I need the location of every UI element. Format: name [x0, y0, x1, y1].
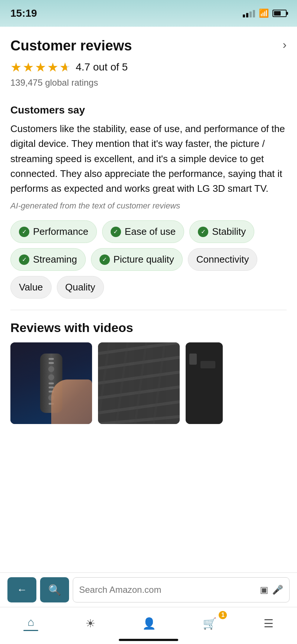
svg-rect-12	[189, 354, 197, 365]
signal-icon	[243, 9, 255, 17]
home-indicator	[119, 639, 178, 641]
rating-value: 4.7 out of 5	[76, 61, 128, 73]
tag-ease-of-use[interactable]: ✓ Ease of use	[102, 220, 184, 243]
tag-label-streaming: Streaming	[33, 254, 77, 265]
star-3: ★	[35, 60, 46, 75]
video-thumbnail-2[interactable]	[98, 342, 180, 424]
tag-label-picture-quality: Picture quality	[114, 254, 174, 265]
tag-stability[interactable]: ✓ Stability	[189, 220, 254, 243]
tag-label-value: Value	[19, 282, 43, 293]
tag-check-picture-quality: ✓	[99, 254, 110, 265]
ai-generated-label: AI-generated from the text of customer r…	[10, 201, 287, 211]
tag-check-ease-of-use: ✓	[111, 227, 121, 237]
nav-cart[interactable]: 🛒 1	[195, 614, 224, 633]
section-divider	[10, 310, 287, 310]
bottom-search-bar: ← 🔍 ▣ 🎤	[0, 572, 297, 607]
cart-icon: 🛒	[203, 617, 216, 630]
tag-label-ease-of-use: Ease of use	[125, 226, 176, 237]
status-time: 15:19	[10, 7, 37, 19]
back-button[interactable]: ←	[7, 577, 36, 602]
global-ratings: 139,475 global ratings	[10, 78, 132, 88]
battery-icon	[272, 10, 287, 17]
home-icon: ⌂	[27, 616, 34, 628]
tags-container: ✓ Performance ✓ Ease of use ✓ Stability …	[10, 220, 287, 299]
tag-streaming[interactable]: ✓ Streaming	[10, 248, 86, 271]
search-button[interactable]: 🔍	[40, 577, 69, 602]
tag-quality[interactable]: Quality	[57, 276, 104, 299]
nav-menu[interactable]: ☰	[256, 614, 281, 633]
status-bar: 15:19 📶	[0, 0, 297, 27]
page-title: Customer reviews	[10, 38, 132, 54]
wifi-icon: 📶	[259, 9, 269, 18]
customers-say-section: Customers say Customers like the stabili…	[10, 104, 287, 211]
rating-row: ★ ★ ★ ★ ★★ 4.7 out of 5	[10, 60, 132, 75]
tag-picture-quality[interactable]: ✓ Picture quality	[91, 248, 183, 271]
nav-home[interactable]: ⌂	[16, 613, 46, 634]
status-icons: 📶	[243, 9, 287, 18]
video-thumbnail-1[interactable]	[10, 342, 92, 424]
menu-icon: ☰	[264, 617, 274, 630]
reviews-with-videos-title: Reviews with videos	[10, 321, 287, 335]
video-row	[0, 342, 297, 424]
camera-icon[interactable]: ▣	[260, 585, 268, 595]
mic-icon[interactable]: 🎤	[272, 585, 283, 595]
cart-count-badge: 1	[219, 611, 227, 619]
bottom-nav: ⌂ ☀ 👤 🛒 1 ☰	[0, 607, 297, 644]
tag-check-performance: ✓	[19, 227, 29, 237]
tag-check-stability: ✓	[198, 227, 208, 237]
search-input-wrapper[interactable]: ▣ 🎤	[73, 577, 290, 602]
tag-label-stability: Stability	[212, 226, 246, 237]
search-icon: 🔍	[48, 584, 61, 596]
tag-check-streaming: ✓	[19, 254, 29, 265]
couch-visual	[98, 342, 180, 424]
home-active-indicator	[23, 630, 38, 631]
stars: ★ ★ ★ ★ ★★	[10, 60, 71, 75]
dark-visual	[186, 342, 223, 424]
account-icon: 👤	[142, 617, 156, 630]
back-arrow-icon: ←	[17, 584, 27, 596]
tag-label-connectivity: Connectivity	[196, 254, 249, 265]
tag-value[interactable]: Value	[10, 276, 52, 299]
customers-say-title: Customers say	[10, 104, 287, 116]
star-2: ★	[23, 60, 34, 75]
video-thumbnail-3[interactable]	[186, 342, 223, 424]
inspire-icon: ☀	[85, 617, 95, 630]
nav-account[interactable]: 👤	[135, 614, 163, 633]
tag-connectivity[interactable]: Connectivity	[188, 248, 258, 271]
search-input[interactable]	[79, 585, 256, 595]
tag-performance[interactable]: ✓ Performance	[10, 220, 97, 243]
star-5-half: ★★	[59, 60, 71, 75]
star-4: ★	[47, 60, 58, 75]
svg-rect-13	[200, 361, 215, 368]
customers-say-text: Customers like the stability, ease of us…	[10, 121, 287, 196]
tag-label-performance: Performance	[33, 226, 88, 237]
nav-inspire[interactable]: ☀	[78, 614, 103, 633]
main-content: Customer reviews ★ ★ ★ ★ ★★ 4.7 out of 5…	[0, 27, 297, 506]
chevron-right-icon[interactable]: ›	[283, 38, 287, 52]
tag-label-quality: Quality	[65, 282, 95, 293]
star-1: ★	[10, 60, 22, 75]
